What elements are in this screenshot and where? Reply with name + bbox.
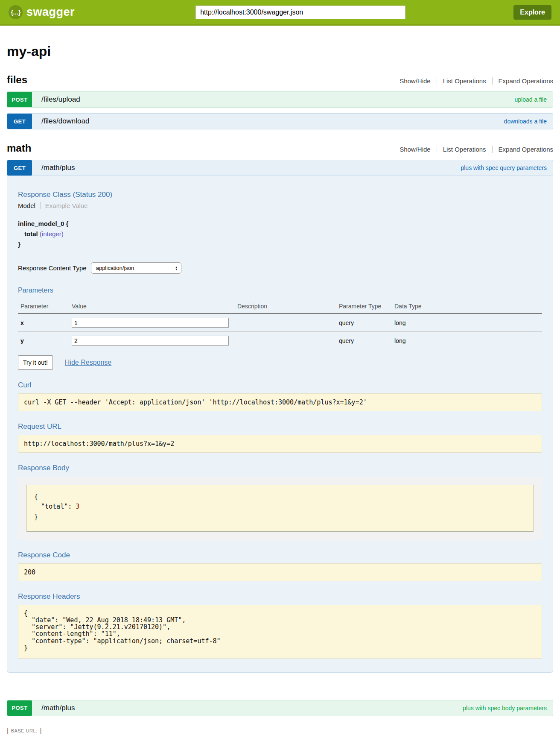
get-method-badge: GET: [7, 160, 32, 176]
operation-details-panel: Response Class (Status 200) Model Exampl…: [7, 176, 553, 673]
curl-command: curl -X GET --header 'Accept: applicatio…: [18, 393, 542, 411]
param-data-type: long: [394, 313, 542, 332]
curl-heading: Curl: [18, 381, 542, 390]
brand-text: swagger: [26, 6, 75, 19]
col-parameter: Parameter: [18, 300, 72, 313]
response-content-type-select[interactable]: application/json ▲▼: [91, 262, 181, 274]
swagger-logo[interactable]: {…} swagger: [9, 5, 75, 19]
param-description: [237, 313, 339, 332]
hide-response-link[interactable]: Hide Response: [65, 359, 111, 366]
param-description: [237, 332, 339, 350]
response-code-heading: Response Code: [18, 551, 542, 559]
endpoint-post-math-plus: POST /math/plus plus with spec body para…: [7, 700, 553, 716]
endpoint-summary-link[interactable]: downloads a file: [504, 118, 547, 125]
json-total-line: "total": 3: [34, 502, 526, 512]
base-url-footer: [ BASE URL: ]: [7, 726, 553, 735]
json-key: "total":: [41, 503, 72, 510]
param-y-input[interactable]: [72, 336, 229, 346]
math-section-controls: Show/Hide List Operations Expand Operati…: [394, 146, 553, 153]
response-body: { "total": 3 }: [26, 485, 534, 532]
header-bar: {…} swagger Explore: [0, 0, 560, 26]
endpoint-summary-link[interactable]: plus with spec body parameters: [463, 705, 547, 712]
files-section-title: files: [7, 74, 27, 86]
base-url-open-bracket: [: [7, 726, 9, 735]
param-name: x: [18, 313, 72, 332]
tab-model[interactable]: Model: [18, 202, 35, 209]
col-data-type: Data Type: [394, 300, 542, 313]
files-section-controls: Show/Hide List Operations Expand Operati…: [394, 77, 553, 85]
files-expand-operations-link[interactable]: Expand Operations: [492, 77, 553, 85]
base-url-label: BASE URL:: [11, 728, 38, 733]
model-property-name: total: [24, 230, 38, 237]
response-body-heading: Response Body: [18, 464, 542, 472]
json-open-brace: {: [34, 492, 526, 502]
model-tabs: Model Example Value: [18, 202, 542, 209]
col-parameter-type: Parameter Type: [339, 300, 394, 313]
base-url-close-bracket: ]: [40, 726, 42, 735]
model-open: inline_model_0 {: [18, 219, 542, 229]
response-body-wrapper: { "total": 3 }: [18, 477, 542, 540]
get-method-badge: GET: [7, 114, 32, 129]
endpoint-path-link[interactable]: /files/download: [41, 117, 89, 126]
json-close-brace: }: [34, 512, 526, 522]
endpoint-summary-link[interactable]: upload a file: [514, 96, 547, 103]
param-x-input[interactable]: [72, 318, 229, 328]
endpoint-get-files-download: GET /files/download downloads a file: [7, 113, 553, 129]
model-property-type: (integer): [40, 230, 64, 237]
model-property: total (integer): [24, 229, 542, 239]
parameters-heading: Parameters: [18, 287, 542, 294]
endpoint-path-link[interactable]: /math/plus: [41, 704, 75, 712]
param-data-type: long: [394, 332, 542, 350]
math-show-hide-link[interactable]: Show/Hide: [394, 146, 437, 153]
endpoint-summary-link[interactable]: plus with spec query parameters: [461, 164, 547, 171]
response-class-heading: Response Class (Status 200): [18, 190, 542, 199]
col-value: Value: [72, 300, 237, 313]
select-arrows-icon: ▲▼: [167, 266, 178, 270]
actions-row: Try it out! Hide Response: [18, 355, 542, 370]
endpoint-path-link[interactable]: /files/upload: [41, 95, 80, 104]
model-signature: inline_model_0 { total (integer) }: [18, 219, 542, 249]
math-section-title: math: [7, 142, 31, 154]
endpoint-get-math-plus: GET /math/plus plus with spec query para…: [7, 160, 553, 176]
json-value: 3: [76, 503, 79, 510]
response-code: 200: [18, 563, 542, 581]
response-headers: { "date": "Wed, 22 Aug 2018 18:49:13 GMT…: [18, 605, 542, 659]
response-headers-heading: Response Headers: [18, 592, 542, 601]
math-section-header: math Show/Hide List Operations Expand Op…: [7, 142, 553, 154]
parameters-table: Parameter Value Description Parameter Ty…: [18, 300, 542, 349]
response-content-type-row: Response Content Type application/json ▲…: [18, 262, 542, 274]
param-row-y: y query long: [18, 332, 542, 350]
swagger-braces-icon: {…}: [9, 5, 23, 19]
param-type: query: [339, 313, 394, 332]
files-list-operations-link[interactable]: List Operations: [437, 77, 492, 85]
files-show-hide-link[interactable]: Show/Hide: [394, 77, 437, 85]
request-url: http://localhost:3000/math/plus?x=1&y=2: [18, 435, 542, 453]
tab-example-value[interactable]: Example Value: [40, 202, 88, 209]
response-content-type-value: application/json: [96, 265, 134, 271]
post-method-badge: POST: [7, 92, 32, 107]
files-section-header: files Show/Hide List Operations Expand O…: [7, 74, 553, 86]
main-content: my-api files Show/Hide List Operations E…: [7, 44, 553, 735]
post-method-badge: POST: [7, 700, 32, 716]
try-it-out-button[interactable]: Try it out!: [18, 355, 53, 370]
param-name: y: [18, 332, 72, 350]
spec-url-input[interactable]: [195, 6, 405, 19]
response-headers-json: { "date": "Wed, 22 Aug 2018 18:49:13 GMT…: [24, 610, 536, 651]
page-title: my-api: [7, 44, 553, 59]
endpoint-path-link[interactable]: /math/plus: [41, 164, 75, 172]
param-type: query: [339, 332, 394, 350]
explore-button[interactable]: Explore: [513, 5, 551, 20]
response-content-type-label: Response Content Type: [18, 264, 87, 272]
math-list-operations-link[interactable]: List Operations: [437, 146, 492, 153]
col-description: Description: [237, 300, 339, 313]
model-close: }: [18, 239, 542, 249]
request-url-heading: Request URL: [18, 422, 542, 431]
endpoint-post-files-upload: POST /files/upload upload a file: [7, 91, 553, 108]
parameters-header-row: Parameter Value Description Parameter Ty…: [18, 300, 542, 313]
math-expand-operations-link[interactable]: Expand Operations: [492, 146, 553, 153]
spec-url-wrap: [75, 6, 513, 19]
param-row-x: x query long: [18, 313, 542, 332]
